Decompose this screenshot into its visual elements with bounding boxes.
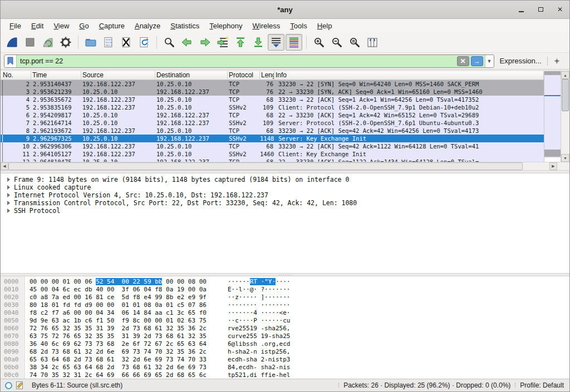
detail-line[interactable]: Frame 9: 1148 bytes on wire (9184 bits),… [1, 176, 569, 183]
colorize-toggle[interactable] [286, 34, 302, 51]
hex-ascii[interactable]: E··l··@· ?······· [228, 286, 291, 294]
minimize-button[interactable] [517, 6, 525, 13]
go-last-button[interactable] [250, 34, 267, 51]
packet-minimap[interactable] [544, 71, 561, 162]
capture-comment-icon[interactable] [16, 381, 24, 390]
menu-item[interactable]: Statistics [166, 20, 204, 32]
menu-item[interactable]: Wireless [248, 20, 285, 32]
hex-row[interactable]: 0010 45 00 04 6c ec db 40 00 3f 06 04 f8… [1, 286, 569, 294]
menu-item[interactable]: Tools [286, 20, 311, 32]
hex-ascii[interactable]: 84,ecdh- sha2-nis [228, 364, 291, 371]
zoom-out-button[interactable] [328, 34, 345, 51]
save-file-button[interactable]: 010101100011 [100, 34, 117, 51]
scroll-left-button[interactable]: ◀ [1, 162, 8, 170]
hscroll-track[interactable] [523, 162, 549, 170]
hex-ascii[interactable]: ··z····· ]······· [228, 294, 291, 301]
menu-item[interactable]: Telephony [205, 20, 247, 32]
hex-ascii[interactable]: tp521,di ffie-hel [228, 371, 291, 379]
start-capture-button[interactable] [4, 34, 21, 51]
restart-capture-button[interactable] [40, 34, 56, 51]
packet-row[interactable]: 10 2.962996306 192.168.122.237 10.25.0.1… [1, 142, 544, 150]
go-to-packet-button[interactable] [214, 34, 231, 51]
hex-bytes[interactable]: f8 c2 f7 a6 00 00 04 34 06 14 84 aa c1 3… [30, 309, 207, 317]
scroll-down-button[interactable]: ▼ [561, 154, 569, 162]
detail-line[interactable]: Internet Protocol Version 4, Src: 10.25.… [1, 191, 569, 199]
detail-line[interactable]: Transmission Control Protocol, Src Port:… [1, 199, 569, 207]
go-first-button[interactable] [232, 34, 249, 51]
hex-bytes[interactable]: 80 18 01 fd fd d9 00 00 01 01 08 0a 01 c… [30, 301, 207, 309]
menu-item[interactable]: Analyze [130, 20, 165, 32]
hex-bytes[interactable]: 9d 9e 63 ac 1b c6 f1 50 f9 8c 00 00 01 0… [30, 317, 207, 325]
zoom-normal-button[interactable] [346, 34, 363, 51]
hex-ascii[interactable]: h-sha2-n istp256, [228, 348, 291, 356]
hex-bytes[interactable]: 65 63 64 68 2d 73 68 61 32 2d 6e 69 73 7… [30, 356, 207, 364]
packet-row[interactable]: 2 2.953140437 192.168.122.237 10.25.0.10… [1, 80, 544, 88]
column-header-source[interactable]: Source [81, 71, 155, 80]
packet-row[interactable]: 7 2.962164714 10.25.0.10 192.168.122.237… [1, 119, 544, 127]
hex-bytes[interactable]: 72 76 65 32 35 35 31 39 2d 73 68 61 32 3… [30, 325, 207, 333]
close-file-button[interactable] [118, 34, 135, 51]
column-header-protocol[interactable]: Protocol [228, 71, 260, 80]
packet-row[interactable]: 12 2.964810475 10.25.0.10 192.168.122.23… [1, 158, 544, 162]
expand-arrow-icon[interactable] [7, 201, 10, 205]
hex-row[interactable]: 0090 68 2d 73 68 61 32 2d 6e 69 73 74 70… [1, 348, 569, 356]
hex-ascii[interactable]: ·······4 ·····<e· [228, 309, 291, 317]
expression-button[interactable]: Expression... [494, 57, 547, 65]
scroll-right-button[interactable]: ▶ [549, 162, 557, 170]
packet-row[interactable]: 6 2.954209817 10.25.0.10 192.168.122.237… [1, 111, 544, 119]
hex-bytes[interactable]: 36 40 6c 69 62 73 73 68 2e 6f 72 67 2c 6… [30, 340, 207, 348]
scroll-up-button[interactable]: ▲ [561, 71, 569, 79]
add-filter-button[interactable]: + [548, 56, 566, 66]
packet-row[interactable]: 9 2.962967325 10.25.0.10 192.168.122.237… [1, 135, 544, 142]
hex-bytes[interactable]: 00 00 00 01 00 06 52 54 00 22 59 bb 00 0… [30, 278, 207, 286]
menu-item[interactable]: Capture [95, 20, 129, 32]
menu-item[interactable]: View [49, 20, 73, 32]
packet-row[interactable]: 5 2.953835169 192.168.122.237 10.25.0.10… [1, 103, 544, 111]
status-profile[interactable]: Profile: Default [520, 381, 569, 389]
packet-row[interactable]: 8 2.962193672 192.168.122.237 10.25.0.10… [1, 127, 544, 135]
hex-row[interactable]: 00a0 65 63 64 68 2d 73 68 61 32 2d 6e 69… [1, 356, 569, 364]
column-header-time[interactable]: Time [31, 71, 81, 80]
expand-arrow-icon[interactable] [7, 209, 10, 213]
reload-file-button[interactable] [136, 34, 153, 51]
display-filter-field[interactable]: ✕ → ▼ [4, 54, 494, 68]
open-file-button[interactable] [82, 34, 99, 51]
hex-bytes[interactable]: 45 00 04 6c ec db 40 00 3f 06 04 f8 0a 1… [30, 286, 207, 294]
resize-columns-button[interactable] [364, 34, 381, 51]
hex-row[interactable]: 0000 00 00 00 01 00 06 52 54 00 22 59 bb… [1, 278, 569, 286]
hex-bytes[interactable]: 68 2d 73 68 61 32 2d 6e 69 73 74 70 32 3… [30, 348, 207, 356]
packet-list-vscrollbar[interactable]: ▲ ▼ [561, 71, 569, 162]
filter-apply-button[interactable]: → [471, 56, 483, 66]
hex-row[interactable]: 00c0 74 70 35 32 31 2c 64 69 66 66 69 65… [1, 371, 569, 379]
hex-bytes[interactable]: 63 75 72 76 65 32 35 35 31 39 2d 73 68 6… [30, 333, 207, 340]
title-bar[interactable]: *any ✕ [1, 1, 569, 19]
hex-ascii[interactable]: rve25519 -sha256, [228, 325, 291, 333]
hex-bytes[interactable]: c0 a8 7a ed 00 16 81 ce 5d f8 e4 99 8b e… [30, 294, 207, 301]
hex-row[interactable]: 0030 80 18 01 fd fd d9 00 00 01 01 08 0a… [1, 301, 569, 309]
hscroll-thumb[interactable] [8, 162, 523, 170]
hex-row[interactable]: 00b0 38 34 2c 65 63 64 68 2d 73 68 61 32… [1, 364, 569, 371]
column-header-length[interactable]: Length [260, 71, 274, 80]
hex-row[interactable]: 0070 63 75 72 76 65 32 35 35 31 39 2d 73… [1, 333, 569, 340]
hex-row[interactable]: 0060 72 76 65 32 35 35 31 39 2d 73 68 61… [1, 325, 569, 333]
filter-history-dropdown[interactable]: ▼ [485, 54, 494, 68]
filter-input[interactable] [17, 57, 457, 65]
column-header-destination[interactable]: Destination [155, 71, 228, 80]
hex-ascii[interactable]: ecdh-sha 2-nistp3 [228, 356, 291, 364]
hex-ascii[interactable]: curve255 19-sha25 [228, 333, 291, 340]
close-button[interactable]: ✕ [556, 6, 564, 13]
column-header-info[interactable]: Info [274, 71, 544, 80]
hex-row[interactable]: 0020 c0 a8 7a ed 00 16 81 ce 5d f8 e4 99… [1, 294, 569, 301]
detail-line[interactable]: Linux cooked capture [1, 183, 569, 191]
expand-arrow-icon[interactable] [7, 177, 10, 182]
packet-row[interactable]: 11 2.964105127 192.168.122.237 10.25.0.1… [1, 150, 544, 158]
hex-bytes[interactable]: 38 34 2c 65 63 64 68 2d 73 68 61 32 2d 6… [30, 364, 207, 371]
vscroll-track[interactable] [561, 111, 569, 154]
go-back-button[interactable] [179, 34, 195, 51]
stop-capture-button[interactable] [22, 34, 38, 51]
expand-arrow-icon[interactable] [7, 193, 10, 197]
zoom-in-button[interactable] [311, 34, 327, 51]
capture-options-button[interactable] [57, 34, 74, 51]
hex-ascii[interactable]: 6@libssh .org,ecd [228, 340, 291, 348]
go-forward-button[interactable] [196, 34, 213, 51]
